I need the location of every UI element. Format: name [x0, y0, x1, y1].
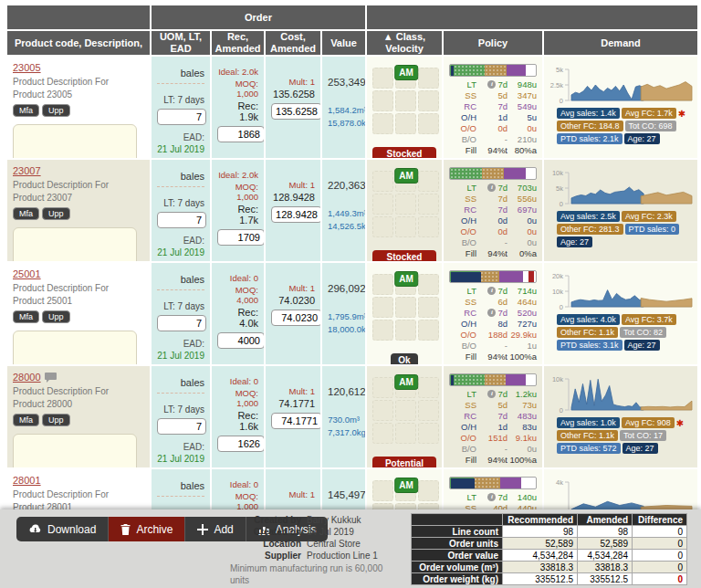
- demand-badge: Avg sales: 1.0k: [557, 417, 620, 428]
- summary-header-cell: Recommended: [503, 514, 578, 526]
- lead-time-input[interactable]: [157, 315, 206, 331]
- info-icon[interactable]: i: [487, 80, 496, 89]
- product-tag-badge: Mfa: [13, 207, 39, 220]
- demand-badge: Tot CO: 82: [620, 327, 666, 338]
- svg-text:0: 0: [560, 200, 563, 208]
- product-note-input[interactable]: [13, 331, 137, 364]
- rec-amended-input[interactable]: [217, 126, 264, 142]
- product-note-input[interactable]: [13, 124, 137, 158]
- cost-value: 74.0230: [271, 295, 315, 306]
- policy-days-value: 151d: [488, 433, 507, 443]
- velocity-matrix-cell: [395, 400, 416, 421]
- policy-row-days: 188d: [476, 330, 509, 340]
- rec-amended-input[interactable]: [217, 229, 264, 246]
- demand-badge: Avg FC: 3.7k: [622, 314, 676, 325]
- product-description: Product Description For Product 25001: [13, 282, 141, 307]
- class-velocity-cell: AMOk: [367, 263, 442, 364]
- product-code-link[interactable]: 28001: [13, 475, 41, 486]
- summary-row: Line count98980: [412, 526, 687, 538]
- mult-value: Mult: 1: [271, 180, 315, 190]
- lead-time-input[interactable]: [157, 418, 206, 435]
- product-note-input[interactable]: [13, 227, 137, 261]
- policy-days-value: 7d: [497, 286, 507, 296]
- summary-row: Order units52,58952,5890: [412, 538, 687, 550]
- product-code-link[interactable]: 23007: [13, 165, 41, 176]
- product-tags: MfaUpp: [13, 310, 144, 323]
- policy-bar-segment: [523, 271, 529, 282]
- col-header-class-velocity-sort[interactable]: ▲ Class, Velocity: [367, 31, 442, 55]
- rec-amended-input[interactable]: [217, 436, 264, 452]
- policy-row-units: 140u: [509, 492, 537, 502]
- weight-value: 15,878.0kg: [328, 117, 360, 130]
- lead-time-input[interactable]: [157, 109, 206, 125]
- policy-table: LTi7d1.2kuSS5d73uRC7d483uO/H1d83uO/O151d…: [449, 389, 537, 465]
- status-badge: Stocked out: [372, 250, 436, 261]
- summary-cell: Order value: [412, 550, 503, 562]
- info-icon[interactable]: i: [487, 390, 496, 398]
- comment-icon[interactable]: [45, 373, 57, 383]
- product-note-input[interactable]: [13, 434, 137, 467]
- product-tags: MfaUpp: [13, 207, 144, 220]
- ead-date: 21 Jul 2019: [157, 351, 204, 361]
- policy-bar-segment: [528, 271, 534, 282]
- demand-badge: Avg FC: 1.7k: [622, 108, 676, 119]
- lead-time-input[interactable]: [157, 212, 206, 228]
- cost-amended-input[interactable]: [271, 103, 320, 120]
- on-hand-overlay: [451, 66, 454, 77]
- demand-badge: Other FC: 1.1k: [557, 430, 618, 441]
- fill-label: Fill: [449, 248, 476, 258]
- policy-row-label: O/H: [449, 422, 476, 432]
- info-value: Barry Kukkuk: [307, 515, 403, 525]
- rec-amended-cell: Ideal: 0MOQ: 1,000Rec: 1.6k: [212, 366, 264, 467]
- demand-badge: Avg sales: 1.4k: [557, 108, 620, 119]
- col-header-policy: Policy: [444, 31, 542, 55]
- download-button[interactable]: Download: [16, 517, 109, 541]
- info-icon[interactable]: i: [487, 309, 496, 317]
- product-code-link[interactable]: 28000: [13, 372, 41, 383]
- policy-row-days: 151d: [476, 433, 509, 443]
- policy-bar-segment: [474, 478, 499, 488]
- cost-amended-input[interactable]: [271, 310, 320, 326]
- cost-amended-input[interactable]: [271, 413, 320, 429]
- demand-history-area: [571, 290, 643, 307]
- policy-row-units: 0u: [509, 215, 537, 226]
- class-badge: AM: [394, 478, 418, 493]
- velocity-matrix: AM: [372, 377, 440, 444]
- demand-badge: Tot CO: 698: [625, 121, 676, 131]
- summary-cell: 98: [578, 526, 633, 538]
- summary-cell: 52,589: [578, 538, 633, 550]
- policy-row-units: 0u: [509, 444, 537, 454]
- velocity-matrix-cell: [395, 113, 416, 134]
- policy-bar-segment: [485, 374, 507, 385]
- table-row: 25001Product Description For Product 250…: [7, 263, 697, 364]
- status-badge: Potential s/o: [372, 457, 436, 467]
- order-value: 296,092: [328, 283, 360, 294]
- product-code-link[interactable]: 25001: [13, 268, 41, 279]
- info-icon[interactable]: i: [487, 287, 496, 295]
- velocity-matrix-cell: [395, 423, 416, 444]
- table-row: 23005Product Description For Product 230…: [7, 57, 697, 158]
- policy-row-days: 1d: [476, 422, 509, 432]
- velocity-matrix-cell: [372, 377, 393, 398]
- info-icon[interactable]: i: [487, 493, 496, 501]
- svg-text:20k: 20k: [552, 272, 563, 280]
- policy-bar-segment: [500, 478, 522, 488]
- rec-amended-input[interactable]: [217, 332, 264, 349]
- uom-value: bales: [157, 165, 204, 187]
- svg-text:0: 0: [560, 406, 563, 415]
- ead-label: EAD:: [157, 442, 204, 452]
- col-header-cost: Cost, Amended: [266, 31, 320, 55]
- cost-amended-input[interactable]: [271, 206, 320, 223]
- archive-button[interactable]: Archive: [109, 517, 185, 541]
- product-code-link[interactable]: 23005: [13, 62, 41, 73]
- demand-badge: Avg sales: 4.0k: [557, 314, 620, 325]
- demand-cell: 10k0Avg sales: 1.0kAvg FC: 908✱Other FC:…: [544, 366, 697, 467]
- mult-value: Mult: 1: [271, 489, 315, 499]
- demand-chart: 4k: [549, 475, 696, 509]
- summary-row: Order value4,534,2844,534,2840: [412, 550, 687, 562]
- rec-amended-cell: Ideal: 0MOQ: 4,000Rec: 4.0k: [212, 263, 264, 364]
- policy-days-value: 188d: [488, 330, 507, 340]
- policy-cell: LTi7d1.2kuSS5d73uRC7d483uO/H1d83uO/O151d…: [444, 366, 542, 467]
- info-icon[interactable]: i: [487, 184, 496, 192]
- policy-days-value: 5d: [497, 90, 507, 100]
